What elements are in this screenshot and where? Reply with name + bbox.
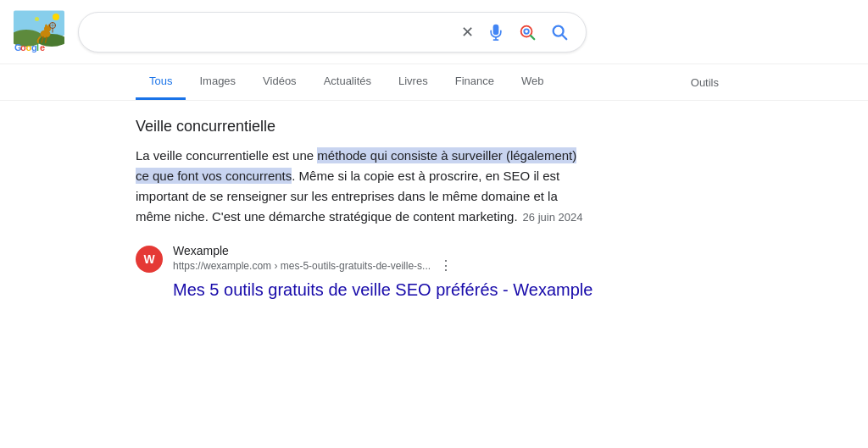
nav-tabs: Tous Images Vidéos Actualités Livres Fin… <box>0 64 868 101</box>
header: G o o g l e veille concurrentielle seo ✕ <box>0 0 868 64</box>
lens-icon <box>518 23 537 41</box>
result-meta: Wexample https://wexample.com › mes-5-ou… <box>173 244 593 301</box>
mic-icon <box>487 24 504 41</box>
result-title-link[interactable]: Mes 5 outils gratuits de veille SEO préf… <box>173 279 593 301</box>
tab-livres[interactable]: Livres <box>385 64 442 100</box>
svg-point-1 <box>53 14 59 20</box>
snippet-text-before: La veille concurrentielle est une <box>136 148 317 163</box>
close-icon: ✕ <box>461 23 474 41</box>
result-url: https://wexample.com › mes-5-outils-grat… <box>173 260 431 272</box>
search-button[interactable] <box>547 19 572 45</box>
main-content: Veille concurrentielle La veille concurr… <box>0 101 729 326</box>
tab-images[interactable]: Images <box>186 64 249 100</box>
svg-text:e: e <box>40 42 45 53</box>
svg-point-6 <box>45 25 47 29</box>
result-menu-icon[interactable]: ⋮ <box>439 257 453 274</box>
tools-button[interactable]: Outils <box>677 66 732 99</box>
clear-button[interactable]: ✕ <box>458 19 477 45</box>
svg-point-14 <box>35 17 39 21</box>
search-icon <box>550 23 569 41</box>
svg-point-24 <box>524 29 529 34</box>
lens-button[interactable] <box>515 19 540 45</box>
featured-snippet: Veille concurrentielle La veille concurr… <box>136 118 593 227</box>
tab-tous[interactable]: Tous <box>136 64 186 100</box>
search-icons: ✕ <box>458 19 572 45</box>
tab-videos[interactable]: Vidéos <box>249 64 310 100</box>
snippet-title: Veille concurrentielle <box>136 118 593 136</box>
search-bar[interactable]: veille concurrentielle seo ✕ <box>78 12 587 53</box>
result-favicon: W <box>136 246 163 273</box>
result-source-name: Wexample <box>173 244 593 257</box>
mic-button[interactable] <box>484 20 508 44</box>
svg-line-27 <box>562 35 566 39</box>
snippet-date: 26 juin 2024 <box>523 211 583 224</box>
svg-text:l: l <box>36 42 39 53</box>
svg-text:o: o <box>26 42 32 53</box>
svg-line-25 <box>531 36 534 39</box>
tab-finance[interactable]: Finance <box>442 64 508 100</box>
logo-area: G o o g l e <box>14 8 64 55</box>
doodle-image: G o o g l e <box>14 8 64 55</box>
favicon-letter: W <box>143 252 154 266</box>
tab-web[interactable]: Web <box>508 64 558 100</box>
snippet-text: La veille concurrentielle est une méthod… <box>136 146 593 227</box>
result-url-row: https://wexample.com › mes-5-outils-grat… <box>173 257 593 274</box>
svg-text:o: o <box>20 42 26 53</box>
search-input[interactable]: veille concurrentielle seo <box>92 25 451 40</box>
search-result: W Wexample https://wexample.com › mes-5-… <box>136 244 593 301</box>
tab-actualites[interactable]: Actualités <box>310 64 385 100</box>
